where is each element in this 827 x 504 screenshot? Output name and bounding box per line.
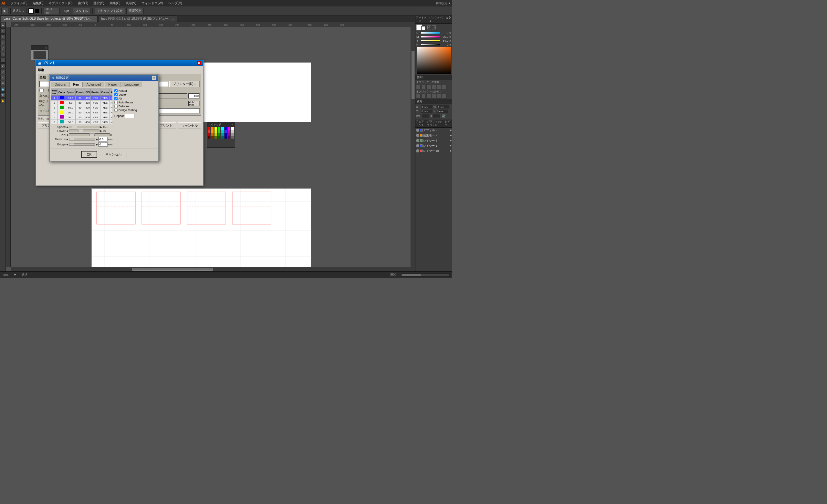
link-icon[interactable]: 🔗 <box>441 114 446 118</box>
swatch-8[interactable] <box>208 130 210 133</box>
ppi-arrow-right[interactable]: ▶ <box>110 134 112 136</box>
tool-rect[interactable]: □ <box>0 52 5 57</box>
height-input[interactable]: 100 <box>188 93 200 99</box>
align-btn-1[interactable] <box>416 85 421 89</box>
speed-thumb[interactable] <box>72 126 77 128</box>
layer-expand-default[interactable]: ▶ <box>450 129 452 132</box>
scrollbar-thumb-v[interactable] <box>411 51 415 99</box>
scrollbar-vertical[interactable] <box>410 27 415 267</box>
layer-expand-1[interactable]: ▶ <box>450 144 452 147</box>
ppi-thumb[interactable] <box>90 134 95 136</box>
tool-fill[interactable]: ▦ <box>0 81 5 86</box>
layer-eye-18[interactable] <box>416 149 419 152</box>
menu-select[interactable]: 選択(S) <box>92 1 105 6</box>
no-fill-btn[interactable]: ⊘ <box>427 26 431 30</box>
y-slider[interactable] <box>421 40 440 42</box>
layer-eye-edit[interactable] <box>416 134 419 137</box>
tool-line[interactable]: ╱ <box>0 46 5 51</box>
dist-btn-4[interactable] <box>432 94 436 99</box>
y-input[interactable] <box>421 109 433 113</box>
layer-expand-3[interactable]: ▶ <box>450 139 452 142</box>
swatch-30[interactable] <box>228 136 230 139</box>
swatch-19[interactable] <box>218 133 220 136</box>
tool-hand[interactable]: ✋ <box>0 98 5 103</box>
swatch-20[interactable] <box>221 133 224 136</box>
tool-zoom[interactable]: 🔍 <box>0 92 5 98</box>
swatch-2[interactable] <box>214 127 217 130</box>
panel-tab-color[interactable]: カラー <box>446 16 452 23</box>
bridge-arrow-right[interactable]: ▶ <box>96 143 98 146</box>
outer-cancel-btn[interactable]: キャンセル <box>178 122 201 129</box>
swatch-10[interactable] <box>214 130 217 133</box>
c-slider[interactable] <box>421 32 440 34</box>
swatch-4[interactable] <box>221 127 224 130</box>
defocus-arrow-left[interactable]: ◀ <box>66 138 68 141</box>
h-input[interactable] <box>436 109 448 113</box>
ppi-track[interactable] <box>69 134 110 136</box>
menu-file[interactable]: ファイル(F) <box>9 1 29 6</box>
swatch-31[interactable] <box>231 136 234 139</box>
ppi-arrow-left[interactable]: ◀ <box>66 134 68 136</box>
float-close-icon[interactable]: × <box>232 123 234 126</box>
menu-effect[interactable]: 効果(C) <box>108 1 122 6</box>
swatch-24[interactable] <box>208 136 210 139</box>
layer-3[interactable]: レイヤー 3 ▶ <box>416 138 452 143</box>
check-vector[interactable] <box>114 93 117 96</box>
repeat-input[interactable]: 1 <box>125 114 134 118</box>
swatch-11[interactable] <box>218 130 220 133</box>
scrollbar-horizontal[interactable] <box>11 267 415 271</box>
layer-edit-mode[interactable]: 編集モード ▶ <box>416 133 452 138</box>
dist-btn-3[interactable] <box>426 94 431 99</box>
layer-default[interactable]: デフォルト ▶ <box>416 128 452 133</box>
table-row[interactable]: 5 50.0 50 400 YES YES NO 0.0 0 1 <box>51 115 113 120</box>
speed-arrow-right[interactable]: ▶ <box>100 126 102 129</box>
dist-btn-2[interactable] <box>421 94 426 99</box>
cc-input[interactable] <box>421 114 429 118</box>
swatch-16[interactable] <box>208 133 210 136</box>
swatch-5[interactable] <box>225 127 227 130</box>
swatch-26[interactable] <box>214 136 217 139</box>
check-defocus[interactable] <box>114 105 117 108</box>
panel-tab-layers[interactable]: レイヤー <box>445 120 452 127</box>
env-settings-btn[interactable]: 環境設定 <box>126 8 144 14</box>
pen-table-scroll[interactable]: Pen No. Color Speed Power PPI Raster Vec… <box>51 89 112 124</box>
no-stroke-btn[interactable]: ◻ <box>432 26 436 30</box>
power-arrow-left[interactable]: ◀ <box>66 130 68 133</box>
print-inner-close-btn[interactable]: × <box>152 75 156 80</box>
defocus-input[interactable] <box>99 137 108 142</box>
speed-arrow-left[interactable]: ◀ <box>66 126 68 129</box>
dialog-tab-advanced[interactable]: Advanced <box>83 82 104 87</box>
tab-1[interactable]: halo [更新済み] ai @ 18.67% (RGB/プレビュー：... <box>98 15 177 22</box>
menu-edit[interactable]: 編集(E) <box>31 1 45 6</box>
h2-input[interactable] <box>433 114 441 118</box>
tool-select[interactable]: ▶ <box>0 22 5 28</box>
stroke-input[interactable]: 0.01 mm <box>44 8 60 14</box>
tab-0[interactable]: Laser Cutter Split GLS Base for router.a… <box>1 15 98 22</box>
bridge-arrow-left[interactable]: ◀ <box>66 143 68 146</box>
align-btn-4[interactable] <box>432 85 436 89</box>
check-raster[interactable] <box>114 89 117 92</box>
menu-view[interactable]: 表示(V) <box>125 1 138 6</box>
swatch-9[interactable] <box>211 130 213 133</box>
check-bridge-cutting[interactable] <box>114 109 117 112</box>
dialog-tab-pen[interactable]: Pen <box>69 82 82 87</box>
bridge-input[interactable] <box>99 142 108 147</box>
doc-settings-btn[interactable]: ドキュメント設定 <box>95 8 125 14</box>
tool-scale[interactable]: ⤡ <box>0 75 5 80</box>
align-btn-2[interactable] <box>421 85 426 89</box>
dist-btn-1[interactable] <box>416 94 421 99</box>
tool-direct-select[interactable]: ▷ <box>0 29 5 34</box>
table-row[interactable]: 2 5.0 50 400 YES YES NO 0.0 0 1 <box>51 100 113 105</box>
inner-cancel-btn[interactable]: キャンセル <box>100 151 127 158</box>
print-outer-close-btn[interactable]: × <box>197 61 201 65</box>
ok-btn[interactable]: OK <box>81 151 97 158</box>
panel-tab-artboard[interactable]: アートボード <box>416 16 428 23</box>
stroke-btn[interactable] <box>29 8 34 13</box>
panel-tab-graphic-style[interactable]: グラフィックスタイル <box>427 120 444 127</box>
swatch-7[interactable] <box>231 127 234 130</box>
layer-eye-1[interactable] <box>416 144 419 147</box>
align-btn-5[interactable] <box>437 85 441 89</box>
layer-18[interactable]: レイヤー 18 ▶ <box>416 148 452 153</box>
w-input[interactable] <box>437 105 449 109</box>
defocus-arrow-right[interactable]: ▶ <box>96 138 98 141</box>
